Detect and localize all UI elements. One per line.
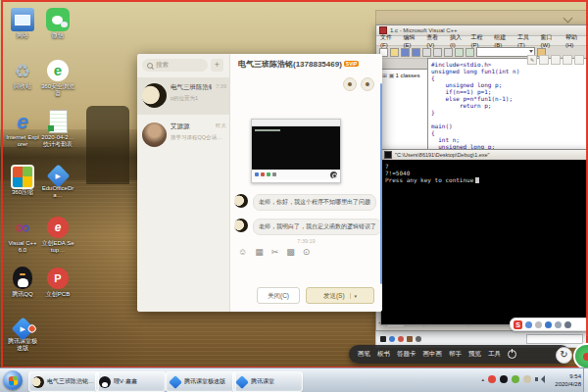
app-icon[interactable] <box>416 336 421 342</box>
lceda-icon <box>47 217 69 238</box>
tray-green-icon[interactable] <box>512 375 519 383</box>
qq-chat-window[interactable]: 搜索 + 电气三班陈浩铭 7:39 p的位置为1 艾源源 昨天 接学习课程QQ会… <box>137 54 382 312</box>
start-button[interactable] <box>3 370 23 390</box>
app-icon[interactable] <box>380 336 386 342</box>
tray-expand-icon[interactable]: ▴ <box>481 376 484 382</box>
screenshot-titlebar <box>252 120 340 126</box>
avatar[interactable] <box>234 219 248 232</box>
desktop-icon-network[interactable]: 网络 <box>6 8 39 39</box>
tray-misc-icon[interactable] <box>523 375 531 383</box>
desktop-icon-eduoffice[interactable]: EduOfficeDra… <box>41 165 74 199</box>
desktop-icon-tencent-qq[interactable]: 腾讯QQ <box>6 267 39 298</box>
image-message[interactable] <box>251 119 341 183</box>
shape-tool-icon[interactable] <box>539 55 549 65</box>
desktop-icon-lceda-setup[interactable]: 立创EDA Setup… <box>41 216 74 254</box>
desktop-icon-360-browser[interactable]: 360安全浏览器 <box>41 59 74 97</box>
save-icon[interactable] <box>401 48 410 57</box>
desktop-icon-lcpcb[interactable]: 立创PCB <box>41 267 74 298</box>
screenshot-console <box>252 126 340 170</box>
open-file-icon[interactable] <box>390 48 399 57</box>
screen-record-icon[interactable]: ▦ <box>255 247 264 257</box>
contact-item-selected[interactable]: 电气三班陈浩铭 7:39 p的位置为1 <box>137 77 229 115</box>
taskbar-task-qq-main[interactable]: 哩V·鑫鑫 <box>95 371 166 392</box>
workspace-item[interactable]: 1 classes <box>395 73 419 78</box>
contact-item[interactable]: 艾源源 昨天 接学习课程QQ会话… <box>137 117 229 154</box>
volume-icon[interactable] <box>535 375 543 383</box>
menu-project[interactable]: 工程(P) <box>471 33 490 48</box>
address-box[interactable] <box>526 334 583 344</box>
tool-pen[interactable]: 画笔 <box>358 350 370 359</box>
image-icon[interactable]: ▩ <box>286 247 295 257</box>
redo-icon[interactable] <box>466 48 474 57</box>
console-titlebar[interactable]: "C:\Users\86191\Desktop\Debug\1.exe" <box>381 150 587 160</box>
desktop-icon-360-zip[interactable]: 360压缩 <box>6 165 39 196</box>
voice-call-icon[interactable]: ☻ <box>343 77 357 91</box>
menu-tools[interactable]: 工具(T) <box>517 33 535 48</box>
contact-time: 7:39 <box>216 83 226 89</box>
refresh-button[interactable]: ↻ <box>556 347 572 364</box>
360-zip-icon <box>11 165 34 189</box>
desktop-icon-wechat[interactable]: 微信 <box>41 8 74 39</box>
cut-icon[interactable] <box>422 48 431 57</box>
taskbar-task-qq-chat[interactable]: 电气三班陈浩铭… <box>28 371 99 392</box>
text-tool-icon[interactable] <box>551 55 561 65</box>
paste-icon[interactable] <box>444 48 453 57</box>
emoji-icon[interactable]: ☺ <box>238 247 247 257</box>
menu-build[interactable]: 组建(B) <box>494 33 513 48</box>
taskbar-task-classroom-speed[interactable]: 腾讯课堂极速版 <box>166 371 236 392</box>
desktop-icon-recycle-bin[interactable]: 回收站 <box>6 59 39 90</box>
save-all-icon[interactable] <box>412 48 420 57</box>
sogou-input-bar[interactable]: S <box>510 318 588 331</box>
menu-file[interactable]: 文件(F) <box>380 33 398 48</box>
menu-insert[interactable]: 插入(I) <box>450 33 466 48</box>
send-button[interactable]: 发送(S)▾ <box>306 287 374 304</box>
add-button[interactable]: + <box>211 59 223 72</box>
tool-answer-card[interactable]: 答题卡 <box>397 350 416 359</box>
show-desktop-button[interactable] <box>583 368 588 392</box>
desktop-icon-classroom-speed[interactable]: 腾讯课堂极速版 <box>6 318 39 352</box>
power-icon[interactable] <box>508 350 516 359</box>
send-options-caret[interactable]: ▾ <box>350 293 358 299</box>
undo-icon[interactable] <box>455 48 464 57</box>
eraser-tool-icon[interactable] <box>563 55 572 65</box>
scrollbar[interactable] <box>380 83 382 284</box>
ime-punct-icon[interactable] <box>535 321 542 328</box>
search-input[interactable]: 搜索 <box>142 59 208 72</box>
tool-preview[interactable]: 预览 <box>468 350 481 359</box>
app-icon[interactable] <box>389 336 395 342</box>
ime-keyboard-icon[interactable] <box>555 321 562 328</box>
history-icon[interactable]: ⊙ <box>303 247 311 257</box>
app-icon[interactable] <box>398 336 404 342</box>
screenshot-icon[interactable]: ✂ <box>271 247 279 257</box>
desktop-icon-excel-report[interactable]: 2020-04-2…统计考勤表 <box>41 110 74 148</box>
find-combobox[interactable] <box>476 47 535 57</box>
ie-icon <box>11 110 34 133</box>
menu-edit[interactable]: 编辑(E) <box>403 33 421 48</box>
avatar[interactable] <box>234 194 248 208</box>
taskbar-clock[interactable]: 9:54 2020/4/28 <box>555 372 581 388</box>
desktop-icon-internet-explorer[interactable]: Internet Explorer <box>6 110 39 148</box>
ime-settings-icon[interactable] <box>564 321 571 328</box>
tray-360-icon[interactable] <box>488 375 496 383</box>
tool-assistant[interactable]: 帮手 <box>449 350 462 359</box>
menu-help[interactable]: 帮助(H) <box>565 33 584 48</box>
video-call-icon[interactable]: ☻ <box>361 77 374 91</box>
more-tools-icon[interactable] <box>574 55 584 65</box>
tray-qq-icon[interactable] <box>500 375 508 383</box>
taskbar-task-classroom[interactable]: 腾讯课堂 <box>232 371 303 392</box>
tool-pip[interactable]: 画中画 <box>423 350 443 359</box>
ime-mode-icon[interactable] <box>525 321 532 328</box>
chevron-down-icon[interactable] <box>564 14 573 24</box>
close-button[interactable]: 关闭(C) <box>257 287 300 304</box>
pen-tool-icon[interactable]: ✎ <box>527 55 537 65</box>
ime-mic-icon[interactable] <box>545 321 552 328</box>
app-icon[interactable] <box>407 336 413 342</box>
tool-tools[interactable]: 工具 <box>488 350 501 359</box>
sogou-icon[interactable]: S <box>514 320 522 329</box>
tool-board[interactable]: 板书 <box>377 350 390 359</box>
console-window[interactable]: "C:\Users\86191\Desktop\Debug\1.exe" 7 7… <box>380 149 588 325</box>
copy-icon[interactable] <box>433 48 442 57</box>
menu-window[interactable]: 窗口(W) <box>541 33 561 48</box>
menu-view[interactable]: 查看(V) <box>426 33 445 48</box>
desktop-icon-visual-cpp[interactable]: Visual C++ 6.0 <box>6 216 39 254</box>
